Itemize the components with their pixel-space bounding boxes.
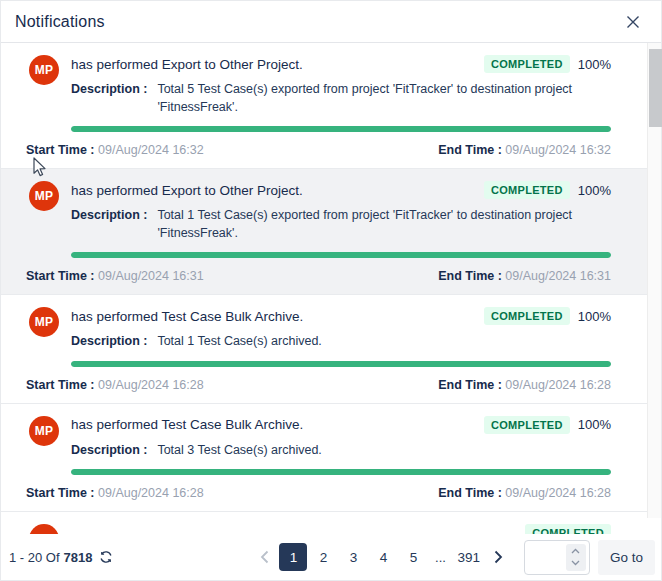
notification-item[interactable]: MP has performed Test Case Bulk Archive.…	[1, 294, 647, 403]
end-time: End Time : 09/Aug/2024 16:28	[438, 378, 611, 392]
avatar: MP	[29, 416, 59, 446]
dialog-header: Notifications	[1, 1, 661, 43]
close-button[interactable]	[621, 10, 645, 34]
progress-bar-fill	[71, 126, 611, 132]
start-time-label: Start Time :	[26, 486, 95, 500]
goto-button[interactable]: Go to	[598, 540, 655, 575]
avatar: MP	[29, 524, 59, 534]
action-text: has performed Test Case Bulk Archive.	[71, 417, 303, 432]
description-label: Description :	[71, 333, 147, 351]
end-time-value: 09/Aug/2024 16:31	[505, 269, 611, 283]
end-time-label: End Time :	[438, 269, 502, 283]
start-time-label: Start Time :	[26, 269, 95, 283]
notification-item[interactable]: MP has performed Export to Other Project…	[1, 43, 647, 168]
progress-percent: 100%	[578, 183, 611, 198]
notification-item[interactable]: MP has performed Test Case Bulk Archive.…	[1, 403, 647, 512]
progress-percent: 100%	[578, 417, 611, 432]
pagination-footer: 1 - 20 Of 7818 1 2 3 4 5 ...	[1, 534, 661, 580]
progress-bar	[71, 252, 611, 258]
end-time-value: 09/Aug/2024 16:32	[505, 143, 611, 157]
end-time: End Time : 09/Aug/2024 16:32	[438, 143, 611, 157]
start-time: Start Time : 09/Aug/2024 16:28	[26, 486, 204, 500]
previous-page-button[interactable]	[251, 543, 277, 571]
description-text: Total 1 Test Case(s) exported from proje…	[157, 207, 609, 242]
start-time: Start Time : 09/Aug/2024 16:31	[26, 269, 204, 283]
notification-list: MP has performed Export to Other Project…	[1, 43, 661, 534]
start-time-value: 09/Aug/2024 16:28	[98, 486, 204, 500]
notifications-dialog: Notifications MP has performed Export to…	[0, 0, 662, 581]
progress-percent: 100%	[578, 57, 611, 72]
action-text: has performed Export to Other Project.	[71, 183, 303, 198]
description-label: Description :	[71, 81, 147, 116]
action-text: has performed Test Case Bulk Archive.	[71, 309, 303, 324]
end-time-value: 09/Aug/2024 16:28	[505, 486, 611, 500]
scrollbar-track[interactable]	[647, 43, 661, 518]
avatar: MP	[29, 55, 59, 85]
description-text: Total 3 Test Case(s) archived.	[157, 442, 321, 460]
chevron-down-icon	[571, 560, 580, 566]
end-time-label: End Time :	[438, 486, 502, 500]
chevron-up-icon	[571, 548, 580, 554]
status-badge: COMPLETED	[525, 524, 611, 534]
end-time-label: End Time :	[438, 143, 502, 157]
end-time: End Time : 09/Aug/2024 16:31	[438, 269, 611, 283]
next-page-button[interactable]	[486, 543, 512, 571]
number-spinner	[566, 544, 586, 571]
status-badge: COMPLETED	[484, 55, 570, 73]
goto-page-group: Go to	[524, 540, 655, 575]
refresh-button[interactable]	[97, 550, 115, 564]
description-label: Description :	[71, 442, 147, 460]
page-button-4[interactable]: 4	[369, 543, 397, 571]
page-button-5[interactable]: 5	[399, 543, 427, 571]
description-label: Description :	[71, 207, 147, 242]
refresh-icon	[99, 550, 113, 564]
progress-bar-fill	[71, 252, 611, 258]
pagination: 1 2 3 4 5 ... 391	[251, 543, 512, 571]
description-text: Total 5 Test Case(s) exported from proje…	[157, 81, 609, 116]
notification-item-partial[interactable]: MP COMPLETED	[1, 511, 647, 534]
start-time-label: Start Time :	[26, 378, 95, 392]
progress-percent: 100%	[578, 309, 611, 324]
page-number-input-wrap	[524, 540, 590, 575]
page-button-391[interactable]: 391	[453, 543, 484, 571]
avatar: MP	[29, 307, 59, 337]
progress-bar-fill	[71, 361, 611, 367]
progress-bar-fill	[71, 469, 611, 475]
page-ellipsis: ...	[429, 550, 451, 565]
page-button-1[interactable]: 1	[279, 543, 307, 571]
chevron-left-icon	[260, 550, 269, 564]
status-badge: COMPLETED	[484, 416, 570, 434]
status-badge: COMPLETED	[484, 307, 570, 325]
end-time-label: End Time :	[438, 378, 502, 392]
page-button-2[interactable]: 2	[309, 543, 337, 571]
progress-bar	[71, 361, 611, 367]
start-time-value: 09/Aug/2024 16:32	[98, 143, 204, 157]
progress-bar	[71, 469, 611, 475]
start-time-value: 09/Aug/2024 16:28	[98, 378, 204, 392]
chevron-right-icon	[494, 550, 503, 564]
total-count: 7818	[64, 550, 93, 565]
notification-item[interactable]: MP has performed Export to Other Project…	[1, 168, 647, 294]
start-time-label: Start Time :	[26, 143, 95, 157]
result-range: 1 - 20 Of 7818	[9, 550, 115, 565]
start-time: Start Time : 09/Aug/2024 16:32	[26, 143, 204, 157]
spinner-down-button[interactable]	[571, 558, 580, 569]
start-time: Start Time : 09/Aug/2024 16:28	[26, 378, 204, 392]
description-text: Total 1 Test Case(s) archived.	[157, 333, 321, 351]
range-label: 1 - 20 Of	[9, 550, 60, 565]
end-time-value: 09/Aug/2024 16:28	[505, 378, 611, 392]
scrollbar-thumb[interactable]	[649, 49, 662, 127]
dialog-title: Notifications	[15, 13, 105, 31]
end-time: End Time : 09/Aug/2024 16:28	[438, 486, 611, 500]
status-badge: COMPLETED	[484, 181, 570, 199]
spinner-up-button[interactable]	[571, 546, 580, 557]
close-icon	[626, 15, 640, 29]
start-time-value: 09/Aug/2024 16:31	[98, 269, 204, 283]
page-button-3[interactable]: 3	[339, 543, 367, 571]
action-text: has performed Export to Other Project.	[71, 57, 303, 72]
progress-bar	[71, 126, 611, 132]
avatar: MP	[29, 181, 59, 211]
